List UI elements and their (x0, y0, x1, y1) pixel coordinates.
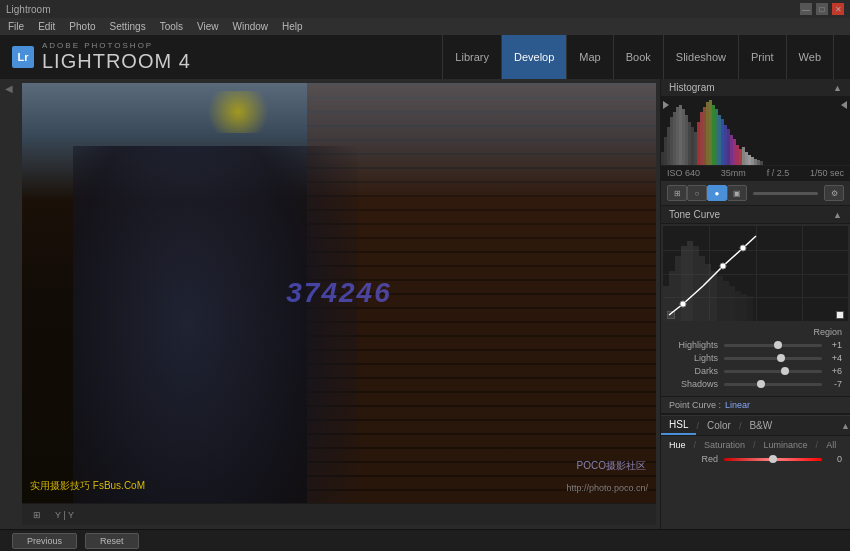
header: Lr ADOBE PHOTOSHOP LIGHTROOM 4 Library D… (0, 35, 850, 79)
point-curve-row: Point Curve : Linear (661, 396, 850, 414)
prev-next-buttons: Previous Reset (12, 533, 139, 549)
meta-focal: 35mm (721, 168, 746, 178)
highlights-row: Highlights +1 (669, 340, 842, 350)
menu-file[interactable]: File (8, 21, 24, 32)
sub-tab-luminance[interactable]: Luminance (764, 440, 808, 450)
tab-develop[interactable]: Develop (502, 35, 567, 79)
hsl-tab-bw[interactable]: B&W (741, 417, 780, 434)
svg-rect-38 (675, 256, 681, 321)
sub-tab-all[interactable]: All (826, 440, 836, 450)
tool-dot[interactable]: ● (707, 185, 727, 201)
svg-point-52 (720, 263, 726, 269)
point-curve-value[interactable]: Linear (725, 400, 750, 410)
tab-book[interactable]: Book (614, 35, 664, 79)
darks-track[interactable] (724, 370, 822, 373)
svg-rect-48 (735, 291, 741, 321)
hsl-red-track[interactable] (724, 458, 822, 461)
svg-rect-31 (754, 159, 757, 165)
menu-help[interactable]: Help (282, 21, 303, 32)
highlights-track[interactable] (724, 344, 822, 347)
histogram-section: Histogram ▲ (661, 79, 850, 181)
tool-settings[interactable]: ⚙ (824, 185, 844, 201)
shadows-row: Shadows -7 (669, 379, 842, 389)
meta-shutter: 1/50 sec (810, 168, 844, 178)
highlights-label: Highlights (669, 340, 724, 350)
svg-rect-16 (709, 100, 712, 165)
darks-row: Darks +6 (669, 366, 842, 376)
meta-iso: ISO 640 (667, 168, 700, 178)
tone-curve-canvas[interactable] (663, 226, 848, 321)
svg-rect-29 (748, 155, 751, 165)
menu-edit[interactable]: Edit (38, 21, 55, 32)
menu-view[interactable]: View (197, 21, 219, 32)
svg-rect-8 (685, 115, 688, 165)
histogram-canvas (661, 97, 850, 165)
hsl-red-thumb[interactable] (769, 455, 777, 463)
hsl-arrow[interactable]: ▲ (841, 421, 850, 431)
svg-rect-28 (745, 152, 748, 165)
tool-circle[interactable]: ○ (687, 185, 707, 201)
sub-tab-saturation[interactable]: Saturation (704, 440, 745, 450)
tab-web[interactable]: Web (787, 35, 834, 79)
shadows-thumb[interactable] (757, 380, 765, 388)
right-panel: Histogram ▲ (660, 79, 850, 529)
tool-slider[interactable] (753, 192, 818, 195)
svg-rect-24 (733, 139, 736, 165)
app-title-area: ADOBE PHOTOSHOP LIGHTROOM 4 (42, 41, 191, 73)
svg-rect-30 (751, 157, 754, 165)
svg-rect-22 (727, 129, 730, 165)
photo-tool-1[interactable]: ⊞ (30, 510, 44, 520)
menu-settings[interactable]: Settings (110, 21, 146, 32)
highlights-thumb[interactable] (774, 341, 782, 349)
hsl-tab-hsl[interactable]: HSL (661, 416, 696, 435)
tab-map[interactable]: Map (567, 35, 613, 79)
photo-toolbar: ⊞ Y | Y (22, 503, 656, 525)
bottom-bar: Previous Reset (0, 529, 850, 551)
svg-rect-3 (670, 117, 673, 165)
histogram-title: Histogram (669, 82, 715, 93)
hsl-red-label: Red (669, 454, 724, 464)
darks-thumb[interactable] (781, 367, 789, 375)
photo-area: 374246 POCO摄影社区 实用摄影技巧 FsBus.CoM http://… (18, 79, 660, 529)
menu-photo[interactable]: Photo (69, 21, 95, 32)
reset-button[interactable]: Reset (85, 533, 139, 549)
lights-track[interactable] (724, 357, 822, 360)
minimize-button[interactable]: — (800, 3, 812, 15)
darks-value: +6 (822, 366, 842, 376)
svg-rect-9 (688, 122, 691, 165)
hsl-sub-tabs: Hue / Saturation / Luminance / All (669, 440, 842, 450)
tone-curve-arrow[interactable]: ▲ (833, 210, 842, 220)
hsl-tab-color[interactable]: Color (699, 417, 739, 434)
histogram-header: Histogram ▲ (661, 79, 850, 97)
menu-window[interactable]: Window (233, 21, 269, 32)
watermark-fubus: 实用摄影技巧 FsBus.CoM (30, 479, 145, 493)
tool-grid[interactable]: ⊞ (667, 185, 687, 201)
lights-value: +4 (822, 353, 842, 363)
menu-tools[interactable]: Tools (160, 21, 183, 32)
svg-point-53 (740, 245, 746, 251)
tool-square[interactable]: ▣ (727, 185, 747, 201)
darks-label: Darks (669, 366, 724, 376)
histogram-arrow[interactable]: ▲ (833, 83, 842, 93)
shadows-value: -7 (822, 379, 842, 389)
close-button[interactable]: ✕ (832, 3, 844, 15)
left-panel-toggle[interactable]: ◀ (5, 83, 13, 94)
histogram-meta: ISO 640 35mm f / 2.5 1/50 sec (661, 165, 850, 180)
maximize-button[interactable]: □ (816, 3, 828, 15)
tab-slideshow[interactable]: Slideshow (664, 35, 739, 79)
tab-library[interactable]: Library (442, 35, 502, 79)
photo-tool-y[interactable]: Y | Y (52, 510, 77, 520)
shadows-track[interactable] (724, 383, 822, 386)
previous-button[interactable]: Previous (12, 533, 77, 549)
sub-tab-hue[interactable]: Hue (669, 440, 686, 450)
shadows-label: Shadows (669, 379, 724, 389)
tone-curve-title: Tone Curve (669, 209, 720, 220)
svg-rect-50 (747, 296, 753, 321)
svg-rect-19 (718, 115, 721, 165)
svg-rect-10 (691, 127, 694, 165)
app-name: LIGHTROOM 4 (42, 50, 191, 73)
tab-print[interactable]: Print (739, 35, 787, 79)
svg-rect-32 (757, 160, 760, 165)
watermark-poco: POCO摄影社区 (577, 459, 646, 473)
lights-thumb[interactable] (777, 354, 785, 362)
